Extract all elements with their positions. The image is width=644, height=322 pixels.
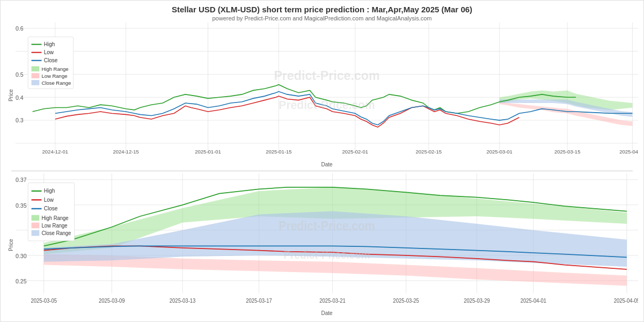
top-chart-wrapper: Price (6, 23, 638, 169)
bottom-y-label: Price (6, 173, 16, 317)
svg-text:Close: Close (44, 57, 58, 63)
svg-text:0.35: 0.35 (16, 202, 27, 209)
svg-text:Low Range: Low Range (42, 73, 68, 79)
svg-text:High: High (44, 187, 55, 194)
svg-text:Low: Low (44, 49, 54, 55)
svg-text:2025-01-15: 2025-01-15 (266, 149, 291, 155)
svg-text:2025-03-17: 2025-03-17 (246, 298, 272, 304)
svg-text:Predict-Price.com: Predict-Price.com (279, 99, 375, 112)
svg-rect-87 (32, 230, 40, 236)
svg-text:High Range: High Range (42, 66, 69, 72)
svg-text:0.3: 0.3 (16, 117, 24, 123)
svg-text:2025-03-09: 2025-03-09 (99, 298, 125, 304)
svg-text:2024-12-01: 2024-12-01 (42, 149, 68, 155)
svg-text:0.5: 0.5 (16, 71, 24, 78)
charts-area: Price (1, 23, 643, 321)
svg-text:Close: Close (44, 205, 58, 212)
svg-text:Predict-Price.com: Predict-Price.com (283, 248, 370, 261)
top-y-label: Price (6, 23, 16, 169)
svg-text:2025-04-01: 2025-04-01 (521, 298, 547, 304)
svg-text:2025-02-01: 2025-02-01 (342, 149, 368, 155)
svg-text:2025-03-15: 2025-03-15 (554, 149, 580, 155)
svg-text:2025-03-25: 2025-03-25 (393, 298, 419, 304)
svg-text:Close Range: Close Range (42, 80, 71, 86)
svg-text:0.25: 0.25 (16, 277, 27, 284)
svg-text:2025-03-21: 2025-03-21 (319, 298, 346, 304)
chart-divider (11, 171, 633, 171)
svg-text:0.30: 0.30 (16, 252, 27, 259)
svg-text:0.37: 0.37 (16, 177, 27, 184)
svg-text:2024-12-15: 2024-12-15 (113, 149, 138, 155)
svg-text:2025-01-01: 2025-01-01 (195, 149, 221, 155)
main-title: Stellar USD (XLM-USD) short term price p… (1, 5, 643, 14)
svg-text:Low: Low (44, 196, 54, 203)
page-container: Stellar USD (XLM-USD) short term price p… (0, 0, 644, 322)
svg-text:2025-04-05: 2025-04-05 (614, 298, 638, 304)
svg-text:Predict-Price.com: Predict-Price.com (279, 219, 375, 233)
svg-rect-83 (32, 215, 40, 221)
svg-text:0.4: 0.4 (16, 94, 24, 100)
top-chart-svg-area: 0.6 0.5 0.4 0.3 2024-12-01 2024-12-15 20… (16, 23, 638, 160)
top-chart-inner: 0.6 0.5 0.4 0.3 2024-12-01 2024-12-15 20… (16, 23, 638, 169)
svg-text:0.6: 0.6 (16, 25, 24, 32)
svg-text:2025-03-13: 2025-03-13 (170, 298, 196, 304)
svg-text:2025-03-29: 2025-03-29 (464, 298, 490, 304)
bottom-chart-wrapper: Price (6, 173, 638, 317)
svg-rect-38 (32, 66, 40, 71)
svg-rect-40 (32, 73, 40, 78)
svg-text:2025-03-01: 2025-03-01 (486, 149, 512, 155)
svg-rect-85 (32, 223, 40, 229)
svg-text:2025-02-15: 2025-02-15 (416, 149, 442, 155)
svg-text:2025-03-05: 2025-03-05 (31, 298, 57, 304)
subtitle: powered by Predict-Price.com and Magical… (1, 15, 643, 21)
svg-text:High: High (44, 41, 55, 47)
header: Stellar USD (XLM-USD) short term price p… (1, 1, 643, 23)
svg-text:2025-04-01: 2025-04-01 (619, 149, 638, 155)
svg-text:Close Range: Close Range (42, 230, 71, 237)
svg-rect-42 (32, 80, 40, 85)
bottom-chart-inner: 0.37 0.35 0.30 0.25 2025-03-05 2025-03-0… (16, 173, 638, 317)
svg-text:Low Range: Low Range (42, 223, 68, 229)
svg-text:Predict-Price.com: Predict-Price.com (274, 69, 379, 83)
bottom-x-label: Date (16, 309, 638, 317)
svg-text:High Range: High Range (42, 215, 69, 222)
bottom-chart-svg-area: 0.37 0.35 0.30 0.25 2025-03-05 2025-03-0… (16, 173, 638, 309)
top-x-label: Date (16, 160, 638, 169)
